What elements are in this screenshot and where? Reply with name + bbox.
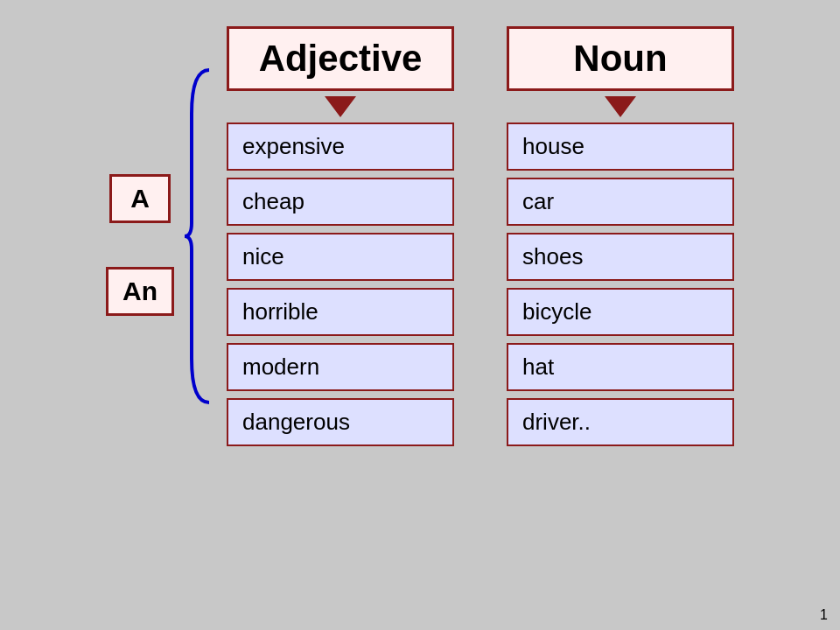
noun-column: Noun house car shoes bicycle hat driver.…	[507, 26, 734, 446]
adjective-word-2: cheap	[227, 178, 454, 226]
adjective-word-list: expensive cheap nice horrible modern dan…	[227, 122, 454, 446]
noun-header: Noun	[507, 26, 734, 91]
noun-word-list: house car shoes bicycle hat driver..	[507, 122, 734, 446]
noun-word-4: bicycle	[507, 288, 734, 336]
adjective-column: Adjective expensive cheap nice horrible …	[227, 26, 454, 446]
adjective-word-3: nice	[227, 233, 454, 281]
noun-word-5: hat	[507, 343, 734, 391]
adjective-arrow	[325, 96, 356, 117]
adjective-word-4: horrible	[227, 288, 454, 336]
adjective-header: Adjective	[227, 26, 454, 91]
noun-arrow	[605, 96, 636, 117]
adjective-word-1: expensive	[227, 122, 454, 171]
noun-word-3: shoes	[507, 233, 734, 281]
adjective-word-5: modern	[227, 343, 454, 391]
curly-brace	[183, 61, 218, 411]
noun-word-2: car	[507, 178, 734, 226]
adjective-word-6: dangerous	[227, 398, 454, 446]
noun-word-6: driver..	[507, 398, 734, 446]
label-a: A	[109, 174, 171, 223]
page-number: 1	[820, 607, 828, 623]
label-an: An	[106, 267, 174, 316]
noun-word-1: house	[507, 122, 734, 171]
